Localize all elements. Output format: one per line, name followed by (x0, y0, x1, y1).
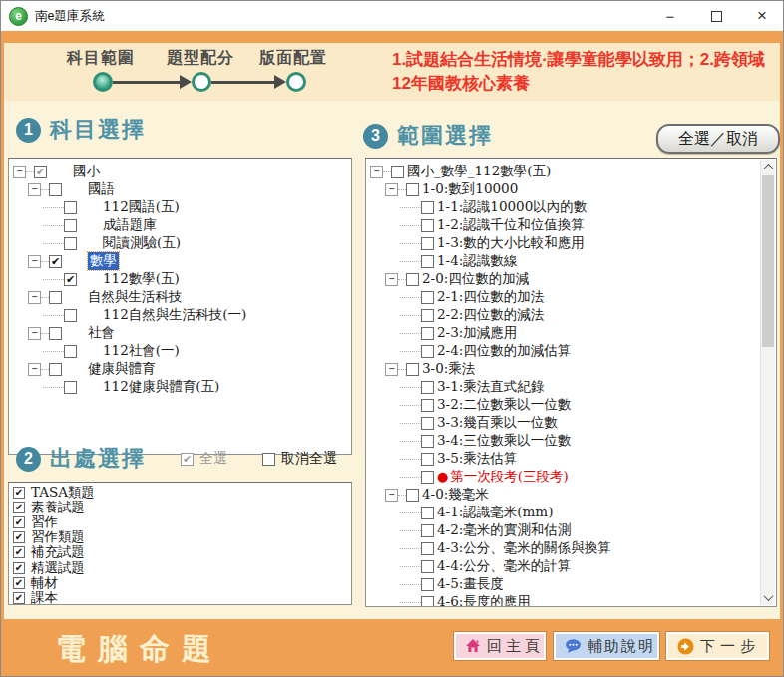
tree-node-label[interactable]: 3-1:乘法直式紀錄 (437, 378, 544, 396)
scroll-up-icon[interactable] (761, 160, 775, 174)
list-item-checkbox[interactable] (13, 502, 25, 513)
tree-checkbox[interactable] (34, 166, 47, 178)
collapse-icon[interactable]: − (385, 273, 398, 286)
tree-node-label[interactable]: 自然與生活科技 (88, 288, 183, 306)
tree-checkbox[interactable] (64, 201, 77, 214)
scroll-down-icon[interactable] (761, 590, 775, 605)
list-item-checkbox[interactable] (13, 531, 25, 543)
step-circle-3[interactable] (286, 72, 306, 92)
tree-node[interactable]: 112社會(一) (9, 342, 351, 360)
tree-node-label[interactable]: 112社會(一) (103, 342, 180, 360)
tree-checkbox[interactable] (421, 255, 434, 268)
tree-node[interactable]: 3-2:二位數乘以一位數 (366, 396, 760, 414)
tree-node[interactable]: 2-2:四位數的減法 (366, 306, 760, 324)
help-button[interactable]: 輔助說明 (554, 632, 659, 660)
tree-checkbox[interactable] (421, 560, 434, 573)
tree-node-label[interactable]: 3-2:二位數乘以一位數 (437, 396, 571, 414)
tree-checkbox[interactable] (421, 219, 434, 232)
tree-node-label[interactable]: 1-2:認識千位和位值換算 (437, 216, 585, 234)
tree-checkbox[interactable] (406, 273, 419, 286)
tree-checkbox[interactable] (421, 524, 434, 537)
subject-tree[interactable]: −國小−國語112國語(五)成語題庫閱讀測驗(五)−數學112數學(五)−自然與… (8, 158, 352, 455)
tree-node[interactable]: −3-0:乘法 (366, 360, 760, 378)
tree-node[interactable]: 4-5:畫長度 (366, 575, 760, 593)
tree-node-label[interactable]: 國小 (73, 163, 100, 180)
tree-node[interactable]: −國語 (9, 180, 351, 198)
tree-node[interactable]: 112自然與生活科技(一) (9, 306, 351, 324)
tree-node[interactable]: 3-3:幾百乘以一位數 (366, 414, 760, 432)
close-icon[interactable]: × (751, 5, 773, 27)
next-step-button[interactable]: 下一步 (666, 632, 769, 660)
collapse-icon[interactable]: − (28, 255, 41, 268)
tree-node-label[interactable]: 2-4:四位數的加減估算 (437, 342, 571, 360)
tree-node-label[interactable]: 社會 (88, 324, 115, 342)
tree-node[interactable]: 1-4:認識數線 (366, 252, 760, 270)
list-item[interactable]: 課本 (9, 590, 351, 605)
tree-node[interactable]: −2-0:四位數的加減 (366, 270, 760, 288)
tree-node[interactable]: −國小_數學_112數學(五) (366, 163, 760, 180)
collapse-icon[interactable]: − (28, 363, 41, 376)
tree-node[interactable]: 3-1:乘法直式紀錄 (366, 378, 760, 396)
tree-checkbox[interactable] (421, 201, 434, 214)
list-item[interactable]: 素養試題 (9, 500, 351, 514)
tree-node[interactable]: −自然與生活科技 (9, 288, 351, 306)
tree-checkbox[interactable] (64, 273, 77, 286)
tree-node[interactable]: 112數學(五) (9, 270, 351, 288)
collapse-icon[interactable]: − (385, 489, 398, 502)
tree-checkbox[interactable] (421, 381, 434, 394)
tree-node-label[interactable]: 3-3:幾百乘以一位數 (437, 414, 558, 432)
tree-node-label[interactable]: 4-3:公分、毫米的關係與換算 (437, 539, 611, 557)
list-item-checkbox[interactable] (13, 577, 25, 589)
maximize-icon[interactable] (705, 5, 727, 27)
tree-checkbox[interactable] (64, 381, 77, 394)
tree-node[interactable]: 4-6:長度的應用 (366, 593, 760, 607)
tree-node-label[interactable]: 2-0:四位數的加減 (422, 270, 529, 288)
list-item-checkbox[interactable] (13, 487, 25, 499)
tree-checkbox[interactable] (421, 399, 434, 412)
tree-node-label[interactable]: 2-3:加減應用 (437, 324, 517, 342)
tree-node[interactable]: −社會 (9, 324, 351, 342)
tree-node-label[interactable]: 健康與體育 (88, 360, 156, 378)
deselect-all-checkbox[interactable] (262, 453, 275, 466)
tree-checkbox[interactable] (49, 363, 62, 376)
collapse-icon[interactable]: − (13, 166, 26, 178)
tree-node-label[interactable]: 4-1:認識毫米(mm) (437, 504, 553, 521)
collapse-icon[interactable]: − (385, 363, 398, 376)
tree-checkbox[interactable] (421, 345, 434, 358)
tree-node-label[interactable]: 國語 (88, 180, 115, 198)
tree-node-label[interactable]: 3-4:三位數乘以一位數 (437, 432, 571, 450)
tree-node[interactable]: 閱讀測驗(五) (9, 234, 351, 252)
tree-node[interactable]: ●第一次段考(三段考) (366, 468, 760, 486)
tree-node-label[interactable]: 4-4:公分、毫米的計算 (437, 557, 571, 575)
tree-node-label[interactable]: 4-6:長度的應用 (437, 593, 531, 607)
tree-node[interactable]: 3-4:三位數乘以一位數 (366, 432, 760, 450)
tree-node-label[interactable]: 1-4:認識數線 (437, 252, 517, 270)
tree-node-label[interactable]: 成語題庫 (103, 216, 157, 234)
tree-node-label[interactable]: 國小_數學_112數學(五) (407, 163, 551, 180)
tree-checkbox[interactable] (406, 489, 419, 502)
collapse-icon[interactable]: − (385, 183, 398, 196)
tree-checkbox[interactable] (421, 507, 434, 519)
list-item-checkbox[interactable] (13, 546, 25, 558)
tree-checkbox[interactable] (49, 291, 62, 304)
tree-node[interactable]: −1-0:數到10000 (366, 180, 760, 198)
tree-node[interactable]: 4-2:毫米的實測和估測 (366, 521, 760, 539)
tree-node[interactable]: 3-5:乘法估算 (366, 450, 760, 468)
tree-checkbox[interactable] (421, 291, 434, 304)
tree-node[interactable]: 1-3:數的大小比較和應用 (366, 234, 760, 252)
tree-node-label[interactable]: 4-5:畫長度 (437, 575, 504, 593)
tree-checkbox[interactable] (421, 309, 434, 322)
tree-node-label[interactable]: 3-0:乘法 (422, 360, 475, 378)
tree-node-label[interactable]: ●第一次段考(三段考) (437, 468, 569, 486)
tree-node-label[interactable]: 112國語(五) (103, 198, 180, 216)
tree-node[interactable]: 2-1:四位數的加法 (366, 288, 760, 306)
range-tree[interactable]: −國小_數學_112數學(五)−1-0:數到100001-1:認識10000以內… (366, 159, 776, 607)
tree-node-label[interactable]: 112健康與體育(五) (103, 378, 219, 396)
tree-node[interactable]: 2-3:加減應用 (366, 324, 760, 342)
tree-checkbox[interactable] (391, 166, 404, 178)
tree-checkbox[interactable] (421, 237, 434, 250)
tree-node-label[interactable]: 數學 (88, 252, 119, 270)
select-all-option[interactable]: 全選 (181, 450, 227, 468)
tree-checkbox[interactable] (406, 183, 419, 196)
list-item[interactable]: 輔材 (9, 575, 351, 590)
